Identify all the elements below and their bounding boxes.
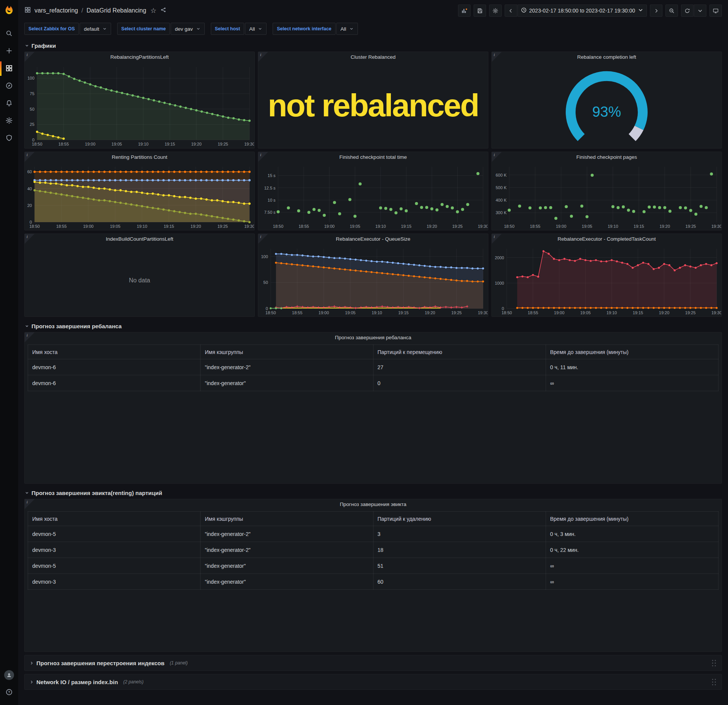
panel-title[interactable]: RebalancingPartitionsLeft xyxy=(25,52,254,63)
sidebar-item-alerting[interactable] xyxy=(0,95,18,112)
time-shift-forward-button[interactable] xyxy=(650,5,662,17)
star-icon[interactable]: ☆ xyxy=(151,6,157,15)
table-header-cell[interactable]: Имя кэшгруппы xyxy=(201,512,373,526)
variable-value-dropdown[interactable]: All xyxy=(245,23,267,35)
row-header-index-rebuild-forecast[interactable]: Прогноз завершения перестроения индексов… xyxy=(24,655,722,671)
row-drag-handle[interactable] xyxy=(711,659,717,667)
panel-info-icon[interactable]: i xyxy=(25,499,35,509)
cycle-view-mode-button[interactable] xyxy=(709,5,722,17)
svg-text:19:15: 19:15 xyxy=(164,224,174,229)
panel-info-icon[interactable]: i xyxy=(25,52,35,62)
sidebar-item-dashboards[interactable] xyxy=(0,60,18,77)
svg-text:7.50 s: 7.50 s xyxy=(264,210,276,215)
chevron-down-icon xyxy=(24,43,30,48)
svg-text:19:15: 19:15 xyxy=(165,142,175,146)
sidebar-item-explore[interactable] xyxy=(0,77,18,95)
panel-completed-task-count: i RebalanceExecutor - CompletedTaskCount… xyxy=(491,233,722,317)
panel-row-3: i IndexBuildCountPartitionsLeft No data … xyxy=(24,233,722,317)
table-cell: 18 xyxy=(373,542,546,558)
share-icon[interactable] xyxy=(160,6,167,15)
panel-info-icon[interactable]: i xyxy=(492,234,502,244)
refresh-controls xyxy=(681,5,706,17)
refresh-button[interactable] xyxy=(681,5,693,17)
variable-value-dropdown[interactable]: default xyxy=(80,23,111,35)
dashboard-settings-button[interactable] xyxy=(489,5,502,17)
panel-title[interactable]: Finished checkpoint pages xyxy=(492,152,722,163)
table-header-cell[interactable]: Партиций к перемещению xyxy=(373,345,546,359)
refresh-interval-dropdown[interactable] xyxy=(694,5,706,17)
panel-title[interactable]: Прогноз завершения эвикта xyxy=(25,499,722,510)
panel-info-icon[interactable]: i xyxy=(25,234,35,244)
sidebar-item-search[interactable] xyxy=(0,25,18,42)
save-dashboard-button[interactable] xyxy=(474,5,486,17)
svg-text:2000: 2000 xyxy=(495,255,504,260)
table-cell: "index-generator" xyxy=(201,375,373,391)
row-header-network-io[interactable]: Network IO / размер index.bin (2 panels) xyxy=(24,674,722,690)
svg-text:18:50: 18:50 xyxy=(502,310,512,315)
table-header-cell[interactable]: Время до завершения (минуты) xyxy=(546,345,718,359)
variable-value-dropdown[interactable]: All xyxy=(336,23,358,35)
panel-title[interactable]: Finished checkpoint total time xyxy=(258,152,488,163)
panel-title[interactable]: IndexBuildCountPartitionsLeft xyxy=(25,234,254,244)
panel-info-icon[interactable]: i xyxy=(258,52,268,62)
row-drag-handle[interactable] xyxy=(711,678,717,686)
table-header-cell[interactable]: Имя кэшгруппы xyxy=(201,345,373,359)
panel-title[interactable]: RebalanceExecutor - QueueSize xyxy=(258,234,488,244)
row-title: Прогноз завершения перестроения индексов xyxy=(36,660,165,666)
sidebar-item-create[interactable] xyxy=(0,42,18,60)
panel-title[interactable]: Renting Partitions Count xyxy=(25,152,254,163)
time-range-picker[interactable]: 2023-02-17 18:50:00 to 2023-02-17 19:30:… xyxy=(518,5,647,17)
row-header-graphs[interactable]: Графики xyxy=(24,39,722,52)
grafana-logo-icon[interactable] xyxy=(3,4,15,15)
time-shift-back-button[interactable] xyxy=(505,5,517,17)
panel-info-icon[interactable]: i xyxy=(258,152,268,162)
svg-text:19:20: 19:20 xyxy=(191,224,201,229)
row-header-evict-forecast[interactable]: Прогноз завершения эвикта(renting) парти… xyxy=(24,487,722,499)
sidebar-item-profile[interactable] xyxy=(0,666,18,684)
svg-text:19:25: 19:25 xyxy=(451,310,462,315)
zoom-out-time-button[interactable] xyxy=(665,5,678,17)
variable-label[interactable]: Select network interface xyxy=(273,23,336,35)
panel-title[interactable]: Rebalance completion left xyxy=(492,52,722,63)
breadcrumb-folder[interactable]: vars_refactoring xyxy=(35,7,78,14)
svg-text:19:30: 19:30 xyxy=(244,142,254,146)
variable-label[interactable]: Select cluster name xyxy=(117,23,170,35)
svg-text:18:55: 18:55 xyxy=(58,142,69,146)
gear-icon xyxy=(5,117,13,125)
panel-info-icon[interactable]: i xyxy=(258,234,268,244)
variable-label[interactable]: Select Zabbix for OS xyxy=(24,23,79,35)
panel-title[interactable]: Cluster Rebalanced xyxy=(258,52,488,63)
panel-info-icon[interactable]: i xyxy=(25,152,35,162)
svg-text:10 s: 10 s xyxy=(268,198,276,202)
svg-text:18:50: 18:50 xyxy=(29,224,40,229)
row-panel-count: (1 panel) xyxy=(170,660,188,666)
chart-renting-partitions: 18:5018:5519:0019:0519:1019:1519:2019:25… xyxy=(25,163,254,230)
table-header-cell[interactable]: Партиций к удалению xyxy=(373,512,546,526)
svg-text:19:00: 19:00 xyxy=(318,310,329,315)
table-header-cell[interactable]: Время до завершения (минуты) xyxy=(546,512,718,526)
svg-text:18:55: 18:55 xyxy=(528,310,538,315)
chevron-down-icon xyxy=(637,7,644,14)
panel-info-icon[interactable]: i xyxy=(492,52,502,62)
svg-text:18:50: 18:50 xyxy=(504,224,515,229)
variable-value-dropdown[interactable]: dev gav xyxy=(171,23,204,35)
table-header-cell[interactable]: Имя хоста xyxy=(28,512,201,526)
table-row: devmon-5"index-generator"51∞ xyxy=(28,558,719,574)
breadcrumb-separator: / xyxy=(82,7,83,14)
panel-info-icon[interactable]: i xyxy=(25,332,35,342)
svg-text:19:10: 19:10 xyxy=(372,310,382,315)
sidebar-item-configuration[interactable] xyxy=(0,112,18,130)
svg-text:19:00: 19:00 xyxy=(554,310,565,315)
row-header-rebalance-forecast[interactable]: Прогноз завершения ребаланса xyxy=(24,320,722,332)
svg-text:19:00: 19:00 xyxy=(556,224,566,229)
svg-text:19:25: 19:25 xyxy=(686,224,696,229)
panel-title[interactable]: Прогноз завершения ребаланса xyxy=(25,332,722,343)
panel-info-icon[interactable]: i xyxy=(492,152,502,162)
add-panel-button[interactable] xyxy=(458,5,471,17)
variable-label[interactable]: Select host xyxy=(211,23,245,35)
table-header-cell[interactable]: Имя хоста xyxy=(28,345,201,359)
sidebar-item-help[interactable]: ? xyxy=(0,684,18,701)
grafana-app: ? vars_refactoring / DataGrid Rebalancin… xyxy=(0,0,728,705)
sidebar-item-server-admin[interactable] xyxy=(0,130,18,147)
panel-title[interactable]: RebalanceExecutor - CompletedTaskCount xyxy=(492,234,722,244)
